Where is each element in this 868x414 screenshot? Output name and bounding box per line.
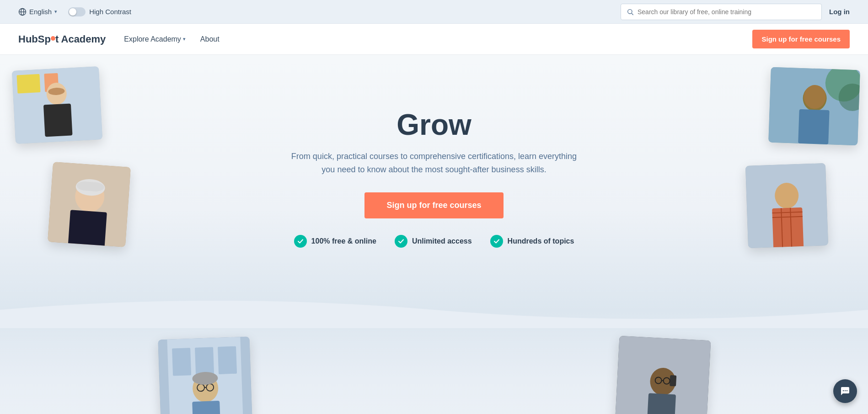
language-selector[interactable]: English ▾ bbox=[18, 8, 57, 16]
toggle-switch[interactable] bbox=[68, 7, 86, 16]
explore-chevron-icon: ▾ bbox=[183, 36, 186, 42]
svg-rect-43 bbox=[646, 393, 676, 414]
top-bar-right: Log in bbox=[621, 4, 850, 20]
about-label: About bbox=[200, 35, 220, 43]
person-photo-mid-right bbox=[745, 163, 828, 248]
feature-free-online: 100% free & online bbox=[294, 235, 376, 248]
nav-links: Explore Academy ▾ About bbox=[124, 35, 219, 43]
main-nav: HubSpt Academy Explore Academy ▾ About S… bbox=[0, 24, 868, 55]
nav-left: HubSpt Academy Explore Academy ▾ About bbox=[18, 33, 220, 45]
signup-button-nav[interactable]: Sign up for free courses bbox=[752, 30, 850, 48]
svg-rect-31 bbox=[172, 348, 191, 376]
svg-rect-33 bbox=[218, 346, 237, 374]
svg-point-48 bbox=[843, 390, 844, 391]
svg-point-49 bbox=[845, 390, 846, 391]
svg-rect-13 bbox=[68, 210, 107, 247]
svg-point-50 bbox=[847, 390, 847, 391]
search-input[interactable] bbox=[638, 8, 816, 16]
wave-divider bbox=[0, 292, 868, 328]
svg-line-4 bbox=[632, 13, 633, 15]
logo-dot bbox=[51, 36, 55, 41]
search-bar[interactable] bbox=[621, 4, 822, 20]
signup-button-hero[interactable]: Sign up for free courses bbox=[364, 192, 503, 218]
high-contrast-toggle[interactable]: High Contrast bbox=[68, 7, 131, 16]
features-list: 100% free & online Unlimited access Hund… bbox=[294, 235, 574, 248]
hero-section: Grow From quick, practical courses to co… bbox=[0, 55, 868, 311]
feature-unlimited: Unlimited access bbox=[395, 235, 472, 248]
person-photo-bottom-left bbox=[158, 337, 252, 414]
person-photo-top-left bbox=[12, 66, 102, 144]
logo-academy-text: t Academy bbox=[55, 33, 106, 45]
high-contrast-label: High Contrast bbox=[89, 8, 131, 16]
top-utility-bar: English ▾ High Contrast Log in bbox=[0, 0, 868, 24]
svg-rect-21 bbox=[798, 109, 830, 144]
explore-academy-label: Explore Academy bbox=[124, 35, 181, 43]
search-icon bbox=[627, 8, 634, 16]
svg-rect-6 bbox=[16, 74, 40, 94]
popular-courses-section: Popular Courses bbox=[0, 311, 868, 414]
logo-hub-text: HubSp bbox=[18, 33, 51, 45]
person-photo-mid-left bbox=[48, 162, 131, 247]
language-label: English bbox=[29, 8, 52, 16]
hero-title: Grow bbox=[396, 109, 472, 141]
chat-button[interactable] bbox=[833, 379, 857, 403]
svg-rect-44 bbox=[670, 375, 676, 387]
check-icon-unlimited bbox=[395, 235, 407, 248]
svg-rect-35 bbox=[192, 401, 221, 414]
check-icon-free bbox=[294, 235, 307, 248]
person-photo-bottom-right bbox=[615, 336, 711, 414]
check-icon-topics bbox=[490, 235, 503, 248]
chat-icon bbox=[840, 386, 851, 397]
globe-icon bbox=[18, 8, 27, 16]
feature-topics: Hundreds of topics bbox=[490, 235, 574, 248]
svg-rect-32 bbox=[195, 347, 214, 375]
svg-rect-24 bbox=[772, 207, 804, 248]
about-link[interactable]: About bbox=[200, 35, 220, 43]
feature-free-label: 100% free & online bbox=[311, 237, 376, 245]
svg-rect-9 bbox=[43, 103, 73, 137]
bottom-photos-row bbox=[160, 338, 708, 414]
explore-academy-link[interactable]: Explore Academy ▾ bbox=[124, 35, 186, 43]
feature-topics-label: Hundreds of topics bbox=[508, 237, 574, 245]
hero-subtitle: From quick, practical courses to compreh… bbox=[288, 150, 580, 176]
login-button[interactable]: Log in bbox=[829, 8, 850, 16]
chevron-down-icon: ▾ bbox=[54, 9, 57, 15]
person-photo-top-right bbox=[768, 67, 860, 146]
svg-point-3 bbox=[628, 9, 632, 13]
top-bar-left: English ▾ High Contrast bbox=[18, 7, 131, 16]
hubspot-academy-logo[interactable]: HubSpt Academy bbox=[18, 33, 106, 45]
feature-unlimited-label: Unlimited access bbox=[412, 237, 472, 245]
